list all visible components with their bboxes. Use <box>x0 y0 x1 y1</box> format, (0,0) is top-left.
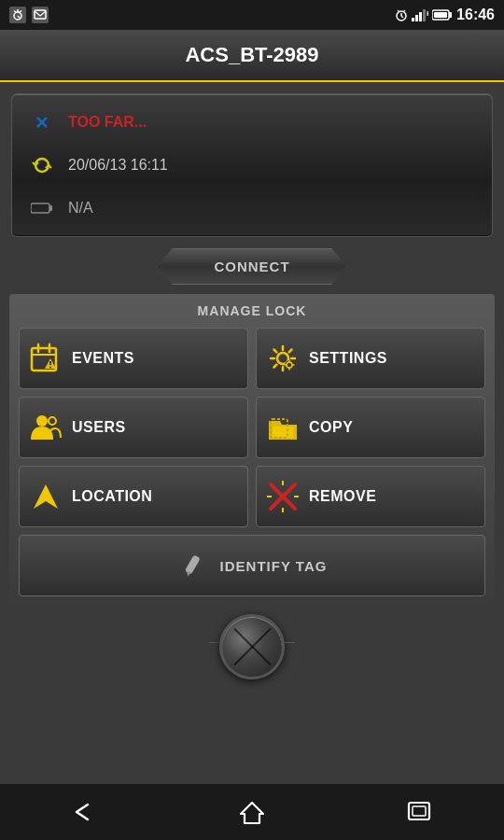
identify-tag-icon <box>177 549 211 582</box>
na-row: N/A <box>25 191 479 225</box>
message-icon <box>32 7 49 23</box>
svg-rect-11 <box>412 18 414 21</box>
svg-rect-5 <box>35 10 46 19</box>
copy-label: COPY <box>309 419 353 436</box>
svg-rect-14 <box>423 9 426 21</box>
svg-point-32 <box>49 417 56 425</box>
navigation-bar <box>0 784 504 840</box>
signal-icon: H <box>412 8 428 21</box>
recents-button[interactable] <box>387 793 453 831</box>
battery-small-icon <box>25 191 59 225</box>
connect-btn-wrap: CONNECT <box>0 248 504 285</box>
svg-rect-42 <box>184 554 200 574</box>
svg-marker-35 <box>34 484 58 509</box>
clock: 16:46 <box>456 7 495 23</box>
svg-line-3 <box>14 11 16 13</box>
manage-grid-bottom: LOCATION REMOVE <box>19 466 485 527</box>
svg-rect-13 <box>419 12 422 21</box>
svg-point-27 <box>49 367 51 369</box>
svg-rect-17 <box>449 12 452 18</box>
copy-icon <box>266 411 300 444</box>
svg-rect-46 <box>413 806 426 816</box>
date-row: 20/06/13 16:11 <box>25 148 479 182</box>
status-bar: H 16:46 <box>0 0 504 30</box>
app-header: ACS_BT-2989 <box>0 30 504 82</box>
status-right: H 16:46 <box>395 7 495 23</box>
manage-grid-top: EVENTS SETTINGS <box>19 328 485 389</box>
identify-tag-label: IDENTIFY TAG <box>220 558 328 574</box>
svg-text:H: H <box>427 9 428 18</box>
svg-line-7 <box>401 16 403 18</box>
manage-title: MANAGE LOCK <box>19 303 485 318</box>
svg-point-31 <box>36 415 48 427</box>
settings-label: SETTINGS <box>309 350 387 367</box>
bluetooth-icon <box>25 105 59 139</box>
svg-line-4 <box>20 11 21 13</box>
na-text: N/A <box>68 200 93 217</box>
users-icon <box>29 411 63 444</box>
remove-button[interactable]: REMOVE <box>256 466 485 527</box>
back-button[interactable] <box>51 793 117 831</box>
location-button[interactable]: LOCATION <box>19 466 248 527</box>
events-button[interactable]: EVENTS <box>19 328 248 389</box>
status-row: TOO FAR... <box>25 105 479 139</box>
identify-tag-button[interactable]: IDENTIFY TAG <box>19 535 485 596</box>
remove-icon <box>266 480 300 513</box>
status-alarm-icon <box>395 8 408 21</box>
location-label: LOCATION <box>72 488 152 505</box>
settings-button[interactable]: SETTINGS <box>256 328 485 389</box>
svg-line-2 <box>18 16 20 18</box>
svg-marker-44 <box>241 803 263 823</box>
dial-area: — — <box>0 609 504 684</box>
page-title: ACS_BT-2989 <box>185 43 318 67</box>
svg-rect-33 <box>273 427 293 438</box>
sync-icon <box>25 148 59 182</box>
manage-grid-mid: USERS COPY <box>19 397 485 458</box>
settings-icon <box>266 342 300 375</box>
copy-button[interactable]: COPY <box>256 397 485 458</box>
home-button[interactable] <box>219 793 285 831</box>
too-far-text: TOO FAR... <box>68 114 147 131</box>
events-label: EVENTS <box>72 350 134 367</box>
svg-rect-18 <box>434 12 447 18</box>
dial-button[interactable] <box>219 614 285 679</box>
connect-button[interactable]: CONNECT <box>157 248 346 285</box>
alarm-icon <box>9 7 26 23</box>
svg-rect-19 <box>31 203 49 213</box>
dial-line-left: — <box>209 636 219 647</box>
date-text: 20/06/13 16:11 <box>68 157 168 174</box>
dial-line-right: — <box>285 636 295 647</box>
users-label: USERS <box>72 419 126 436</box>
location-icon <box>29 480 63 513</box>
users-button[interactable]: USERS <box>19 397 248 458</box>
svg-rect-20 <box>49 205 52 211</box>
events-icon <box>29 342 63 375</box>
manage-section: MANAGE LOCK EVENTS <box>9 294 495 609</box>
info-panel: TOO FAR... 20/06/13 16:11 N/A <box>11 93 493 237</box>
svg-rect-12 <box>415 15 418 21</box>
status-icons-left <box>9 7 49 23</box>
battery-icon <box>432 8 453 21</box>
remove-label: REMOVE <box>309 488 376 505</box>
